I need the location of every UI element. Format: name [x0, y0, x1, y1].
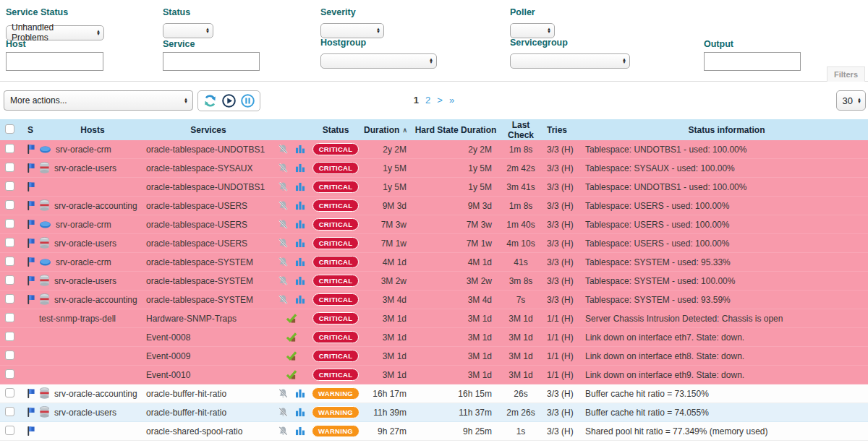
header-duration[interactable]: Duration ∧ — [359, 125, 412, 135]
row-checkbox[interactable] — [5, 350, 14, 360]
service-name[interactable]: oracle-tablespace-USERS — [146, 220, 271, 230]
service-name[interactable]: Event-0008 — [146, 332, 271, 343]
row-checkbox[interactable] — [5, 332, 14, 341]
row-checkbox[interactable] — [5, 200, 14, 210]
service-name[interactable]: oracle-tablespace-SYSTEM — [146, 295, 271, 305]
host-name[interactable]: srv-oracle-crm — [56, 220, 111, 230]
row-checkbox[interactable] — [5, 219, 14, 228]
service-name[interactable]: oracle-tablespace-UNDOTBS1 — [146, 145, 271, 155]
duration-value: 3M 1d — [359, 314, 412, 324]
row-checkbox[interactable] — [5, 388, 14, 397]
table-row[interactable]: srv-oracle-users oracle-tablespace-SYSTE… — [0, 272, 868, 291]
header-tries[interactable]: Tries — [542, 125, 582, 135]
host-name[interactable]: srv-oracle-users — [54, 408, 116, 418]
service-name[interactable]: oracle-buffer-hit-ratio — [146, 408, 271, 418]
page-2-link[interactable]: 2 — [425, 95, 430, 106]
table-row[interactable]: test-snmp-traps-dell Hardware-SNMP-Traps — [0, 309, 868, 328]
table-row[interactable]: srv-oracle-users oracle-tablespace-USERS — [0, 234, 868, 253]
bar-chart-icon[interactable] — [295, 408, 305, 417]
row-checkbox[interactable] — [5, 369, 14, 379]
host-name[interactable]: srv-oracle-crm — [56, 145, 111, 155]
page-next-link[interactable]: > — [437, 95, 443, 106]
service-name[interactable]: oracle-tablespace-SYSTEM — [146, 276, 271, 286]
host-name[interactable]: test-snmp-traps-dell — [39, 314, 116, 324]
bar-chart-icon[interactable] — [295, 182, 305, 192]
row-checkbox[interactable] — [5, 238, 14, 247]
service-status-select[interactable]: Unhandled Problems ▲▼ — [6, 25, 104, 40]
host-db-icon — [39, 162, 50, 174]
host-name[interactable]: srv-oracle-users — [54, 276, 116, 286]
host-name[interactable]: srv-oracle-users — [54, 238, 116, 249]
service-name[interactable]: Event-0009 — [146, 351, 271, 361]
table-row[interactable]: Event-0009 CRITICA — [0, 347, 868, 366]
hostgroup-select[interactable]: ▲▼ — [320, 53, 437, 69]
service-name[interactable]: oracle-buffer-hit-ratio — [146, 389, 271, 399]
service-name[interactable]: Event-0010 — [146, 370, 271, 380]
row-checkbox[interactable] — [5, 181, 14, 191]
bar-chart-icon[interactable] — [295, 276, 305, 285]
header-services[interactable]: Services — [146, 125, 271, 135]
bar-chart-icon[interactable] — [295, 145, 305, 154]
header-status-information[interactable]: Status information — [582, 125, 868, 135]
servicegroup-select[interactable]: ▲▼ — [510, 53, 630, 69]
table-row[interactable]: srv-oracle-users oracle-tablespace-SYSAU… — [0, 159, 868, 178]
header-hosts[interactable]: Hosts — [39, 125, 146, 135]
table-row[interactable]: srv-oracle-crm oracle-tablespace-USERS — [0, 215, 868, 234]
bar-chart-icon[interactable] — [295, 389, 305, 398]
tries-value: 3/3 (H) — [542, 408, 582, 418]
service-name[interactable]: oracle-tablespace-SYSAUX — [146, 163, 271, 173]
host-name[interactable]: srv-oracle-users — [54, 163, 116, 173]
poller-select[interactable]: ▲▼ — [510, 23, 555, 38]
table-row[interactable]: srv-oracle-users oracle-buffer-hit-ratio — [0, 403, 868, 422]
row-checkbox[interactable] — [5, 313, 14, 322]
table-row[interactable]: srv-oracle-accounting oracle-tablespace-… — [0, 291, 868, 309]
filters-tab-button[interactable]: Filters — [827, 66, 865, 82]
header-last-check[interactable]: Last Check — [499, 120, 542, 140]
bar-chart-icon[interactable] — [295, 201, 305, 210]
table-row[interactable]: Event-0008 CRITICA — [0, 328, 868, 347]
row-checkbox[interactable] — [5, 144, 14, 153]
service-name[interactable]: oracle-tablespace-USERS — [146, 238, 271, 249]
row-checkbox[interactable] — [5, 426, 14, 435]
table-row[interactable]: srv-oracle-accounting oracle-tablespace-… — [0, 197, 868, 215]
table-row[interactable]: oracle-tablespace-UNDOTBS1 — [0, 178, 868, 197]
host-name[interactable]: srv-oracle-accounting — [54, 389, 137, 399]
page-current[interactable]: 1 — [414, 95, 419, 106]
table-row[interactable]: srv-oracle-crm oracle-tablespace-SYSTEM — [0, 253, 868, 272]
bar-chart-icon[interactable] — [295, 163, 305, 173]
service-input[interactable] — [163, 52, 260, 71]
host-name[interactable]: srv-oracle-accounting — [54, 295, 137, 305]
bar-chart-icon[interactable] — [295, 238, 305, 248]
host-name[interactable]: srv-oracle-crm — [56, 257, 111, 267]
service-name[interactable]: oracle-tablespace-UNDOTBS1 — [146, 182, 271, 192]
bar-chart-icon[interactable] — [295, 295, 305, 304]
row-checkbox[interactable] — [5, 294, 14, 304]
table-row[interactable]: oracle-shared-spool-ratio — [0, 422, 868, 441]
service-name[interactable]: oracle-tablespace-USERS — [146, 201, 271, 211]
service-name[interactable]: oracle-tablespace-SYSTEM — [146, 257, 271, 267]
table-row[interactable]: srv-oracle-accounting oracle-buffer-hit-… — [0, 384, 868, 403]
severity-select[interactable]: ▲▼ — [320, 23, 384, 38]
bar-chart-icon[interactable] — [295, 426, 305, 436]
service-name[interactable]: Hardware-SNMP-Traps — [146, 314, 271, 324]
duration-value: 7M 3w — [359, 220, 412, 230]
row-checkbox[interactable] — [5, 275, 14, 285]
row-checkbox[interactable] — [5, 257, 14, 266]
page-size-select[interactable]: 30 ▲▼ — [836, 90, 866, 111]
service-name[interactable]: oracle-shared-spool-ratio — [146, 426, 271, 436]
host-name[interactable]: srv-oracle-accounting — [54, 201, 137, 211]
header-s[interactable]: S — [22, 125, 39, 135]
output-input[interactable] — [704, 52, 801, 71]
table-row[interactable]: srv-oracle-crm oracle-tablespace-UNDOTBS… — [0, 140, 868, 159]
select-all-checkbox[interactable] — [5, 124, 14, 134]
table-row[interactable]: Event-0010 CRITICA — [0, 366, 868, 384]
header-hard-state-duration[interactable]: Hard State Duration — [412, 125, 499, 135]
bar-chart-icon[interactable] — [295, 257, 305, 267]
row-checkbox[interactable] — [5, 163, 14, 172]
header-status[interactable]: Status — [312, 125, 359, 135]
row-checkbox[interactable] — [5, 407, 14, 416]
page-last-link[interactable]: » — [449, 95, 454, 106]
status-select[interactable]: ▲▼ — [163, 23, 213, 38]
bar-chart-icon[interactable] — [295, 220, 305, 229]
host-input[interactable] — [6, 52, 103, 71]
